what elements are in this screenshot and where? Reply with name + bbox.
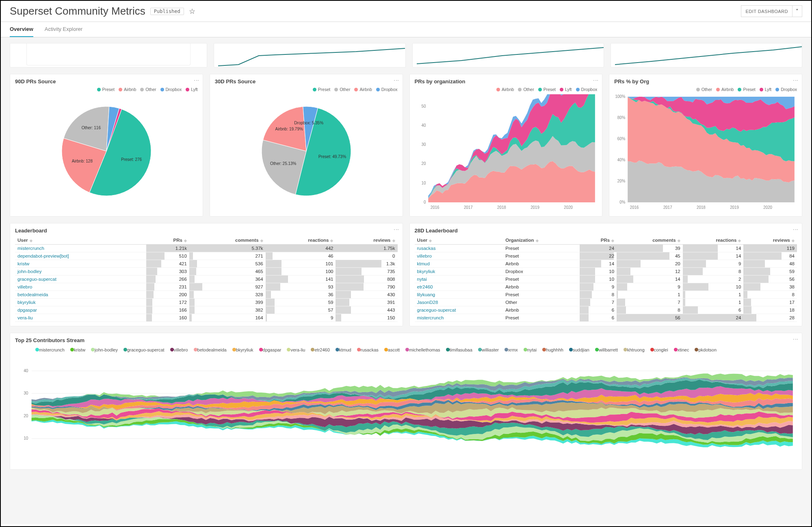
legend-item[interactable]: hughhhh [542, 347, 563, 352]
user-link[interactable]: mistercrunch [17, 246, 44, 251]
legend-item[interactable]: ascott [384, 347, 400, 352]
chart-top25-stream: ⋮ Top 25 Contributors Stream mistercrunc… [10, 333, 802, 470]
table-row: JasonD28Other77117 [415, 299, 797, 306]
user-link[interactable]: betodealmeida [17, 292, 48, 297]
user-link[interactable]: mistercrunch [417, 315, 444, 320]
user-link[interactable]: rusackas [417, 246, 436, 251]
legend-item[interactable]: Lyft [560, 87, 572, 92]
legend-item[interactable]: villebro [170, 347, 188, 352]
legend-item[interactable]: betodealmeida [194, 347, 227, 352]
user-link[interactable]: JasonD28 [417, 300, 438, 305]
legend-item[interactable]: michellethomas [405, 347, 440, 352]
user-link[interactable]: dependabot-preview[bot] [17, 254, 69, 258]
edit-dropdown-caret[interactable]: ˅ [793, 5, 802, 17]
column-header[interactable]: PRs◆ [146, 236, 189, 245]
legend-item[interactable]: Airbnb [496, 87, 514, 92]
table-row: bkyryliukDropbox1012859 [415, 268, 797, 275]
user-link[interactable]: graceguo-supercat [17, 277, 56, 282]
table-row: dpgaspar16638257443 [15, 306, 398, 314]
legend-item[interactable]: mistercrunch [35, 347, 65, 352]
user-link[interactable]: etr2460 [417, 284, 433, 289]
column-header[interactable]: reviews◆ [743, 236, 797, 245]
legend-item[interactable]: Airbnb [119, 87, 136, 92]
user-link[interactable]: bkyryliuk [417, 269, 435, 274]
user-link[interactable]: dpgaspar [17, 308, 37, 312]
legend-item[interactable]: Dropbox [576, 87, 598, 92]
chart-menu-icon[interactable]: ⋮ [195, 78, 199, 82]
legend-item[interactable]: conglei [650, 347, 668, 352]
user-link[interactable]: ktmud [417, 261, 430, 266]
legend-item[interactable]: graceguo-supercat [123, 347, 165, 352]
legend-item[interactable]: kristw [70, 347, 85, 352]
user-link[interactable]: graceguo-supercat [417, 308, 456, 312]
chart-menu-icon[interactable]: ⋮ [794, 78, 798, 82]
svg-text:10: 10 [421, 181, 426, 185]
chart-menu-icon[interactable]: ⋮ [794, 227, 798, 232]
legend-item[interactable]: Dropbox [775, 87, 797, 92]
chart-title: 30D PRs Source [215, 78, 398, 85]
column-header[interactable]: Organization◆ [503, 236, 579, 245]
legend-item[interactable]: Preset [738, 87, 755, 92]
svg-text:10: 10 [24, 436, 28, 441]
column-header[interactable]: User◆ [415, 236, 503, 245]
user-link[interactable]: john-bodley [17, 269, 41, 274]
legend-item[interactable]: ktmud [336, 347, 351, 352]
user-link[interactable]: villebro [417, 254, 432, 258]
legend-item[interactable]: Preset [97, 87, 115, 92]
column-header[interactable]: reactions◆ [266, 236, 336, 245]
chart-menu-icon[interactable]: ⋮ [794, 336, 798, 341]
legend-item[interactable]: williaster [478, 347, 499, 352]
chart-menu-icon[interactable]: ⋮ [394, 227, 398, 232]
legend-item[interactable]: Dropbox [376, 87, 398, 92]
column-header[interactable]: User◆ [15, 236, 146, 245]
legend-item[interactable]: vera-liu [287, 347, 305, 352]
chart-title: Leaderboard [15, 228, 398, 234]
column-header[interactable]: comments◆ [617, 236, 683, 245]
legend-item[interactable]: Lyft [186, 87, 198, 92]
svg-text:2018: 2018 [497, 205, 506, 210]
legend-item[interactable]: Dropbox [160, 87, 182, 92]
legend-item[interactable]: Airbnb [354, 87, 372, 92]
legend-item[interactable]: khtruong [624, 347, 645, 352]
user-link[interactable]: nytai [417, 277, 427, 282]
legend-item[interactable]: rusackas [357, 347, 379, 352]
legend-item[interactable]: Lyft [760, 87, 772, 92]
legend-item[interactable]: Airbnb [716, 87, 734, 92]
chart-menu-icon[interactable]: ⋮ [594, 78, 598, 82]
legend-item[interactable]: timifasubaa [446, 347, 472, 352]
column-header[interactable]: comments◆ [189, 236, 266, 245]
chart-leaderboard: ⋮ Leaderboard User◆PRs◆comments◆reaction… [10, 223, 403, 326]
legend-item[interactable]: willbarrett [595, 347, 618, 352]
user-link[interactable]: villebro [17, 284, 32, 289]
legend-item[interactable]: nytai [524, 347, 537, 352]
legend-item[interactable]: bkyryliuk [232, 347, 253, 352]
svg-text:Other: 25.13%: Other: 25.13% [270, 161, 297, 166]
legend-item[interactable]: dpgaspar [259, 347, 281, 352]
user-link[interactable]: vera-liu [17, 315, 33, 320]
legend-item[interactable]: etr2460 [311, 347, 329, 352]
tab-overview[interactable]: Overview [10, 22, 33, 37]
legend-item[interactable]: Other [334, 87, 350, 92]
legend-item[interactable]: Other [140, 87, 156, 92]
legend-item[interactable]: xrmx [505, 347, 518, 352]
chart-menu-icon[interactable]: ⋮ [394, 78, 398, 82]
column-header[interactable]: reviews◆ [336, 236, 397, 245]
legend-item[interactable]: Other [696, 87, 712, 92]
legend-item[interactable]: Preset [313, 87, 330, 92]
column-header[interactable]: reactions◆ [683, 236, 744, 245]
user-link[interactable]: kristw [17, 261, 29, 266]
user-link[interactable]: bkyryliuk [17, 300, 36, 305]
legend-item[interactable]: suddjian [569, 347, 589, 352]
edit-dashboard-button[interactable]: EDIT DASHBOARD [741, 5, 793, 17]
legend-item[interactable]: Preset [538, 87, 556, 92]
tab-activity-explorer[interactable]: Activity Explorer [45, 22, 82, 37]
legend-item[interactable]: Other [518, 87, 534, 92]
legend-item[interactable]: pkdotson [695, 347, 717, 352]
table-row: betodealmeida20032836430 [15, 291, 398, 299]
legend-item[interactable]: xtinec [674, 347, 689, 352]
legend-item[interactable]: john-bodley [91, 347, 118, 352]
svg-text:2019: 2019 [730, 205, 739, 210]
user-link[interactable]: lilykuang [417, 292, 435, 297]
favorite-star-icon[interactable]: ☆ [189, 7, 195, 16]
column-header[interactable]: PRs◆ [580, 236, 617, 245]
